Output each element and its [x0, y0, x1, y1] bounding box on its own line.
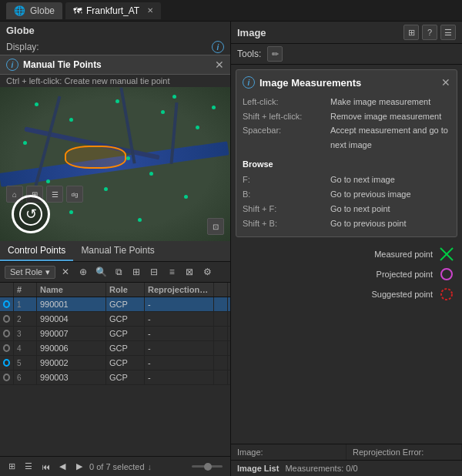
tab-manual-tie-points[interactable]: Manual Tie Points — [73, 241, 162, 261]
th-role: Role — [106, 283, 145, 297]
td-status — [0, 297, 14, 311]
globe-section: Globe Display: i — [0, 22, 230, 55]
td-extra — [214, 341, 228, 355]
table-row[interactable]: 1 990001 GCP - — [0, 297, 230, 312]
legend-measured: Measured point — [374, 246, 454, 262]
image-measurements-panel: i Image Measurements ✕ Left-click: Make … — [236, 69, 457, 237]
mtp-title-label: Manual Tie Points — [23, 59, 102, 70]
display-row: Display: i — [0, 39, 230, 55]
im-close-button[interactable]: ✕ — [441, 76, 450, 89]
reproj-label-cell: Reprojection Error: — [346, 444, 462, 460]
td-status — [0, 312, 14, 326]
cp-tool-search[interactable]: 🔍 — [93, 264, 109, 280]
bottom-play-button[interactable]: ▶ — [72, 460, 86, 474]
cp-tool-table4[interactable]: ⊠ — [182, 264, 197, 280]
svg-point-2 — [441, 269, 452, 280]
zoom-slider[interactable] — [192, 465, 223, 468]
control-points-table: # Name Role Reprojection RMSE 1 990001 G… — [0, 283, 230, 456]
right-panel: Image ⊞ ? ☰ Tools: ✏ i Image Measurement… — [231, 22, 462, 476]
status-dot — [3, 344, 10, 352]
mtp-title-row: i Manual Tie Points — [6, 59, 102, 71]
map-dot — [149, 172, 153, 176]
im-row-shiftf: Shift + F: Go to next point — [243, 202, 450, 216]
cp-tool-table3[interactable]: ≡ — [164, 264, 179, 280]
table-row[interactable]: 6 990003 GCP - — [0, 370, 230, 385]
cp-tool-table1[interactable]: ⊞ — [129, 264, 144, 280]
image-tool-btn-2[interactable]: ? — [422, 25, 437, 40]
table-row[interactable]: 2 990004 GCP - — [0, 312, 230, 327]
td-num: 2 — [14, 312, 37, 326]
image-tool-btn-1[interactable]: ⊞ — [403, 25, 419, 40]
svg-point-3 — [441, 289, 452, 300]
cp-tool-add[interactable]: ⊕ — [75, 264, 91, 280]
th-status — [0, 283, 14, 297]
map-dot — [184, 195, 188, 199]
td-extra — [214, 370, 228, 384]
td-extra — [214, 297, 228, 311]
image-toolbar: Tools: ✏ — [231, 44, 462, 65]
browse-section: Browse — [243, 157, 450, 172]
bottom-list-button[interactable]: ☰ — [22, 460, 35, 474]
status-dot — [3, 330, 10, 337]
tab-globe[interactable]: 🌐 Globe — [6, 2, 62, 19]
globe-title: Globe — [0, 22, 230, 39]
td-rmse: - — [145, 297, 214, 311]
map-label-button[interactable]: dg — [66, 186, 83, 203]
im-info-icon[interactable]: i — [243, 76, 255, 89]
measurements-count: Measurements: 0/0 — [285, 464, 357, 473]
tab-close-button[interactable]: ✕ — [147, 6, 153, 15]
im-row-f: F: Go to next image — [243, 173, 450, 187]
image-header: Image ⊞ ? ☰ — [231, 22, 462, 44]
map-dot — [35, 102, 38, 106]
bottom-prev-button[interactable]: ◀ — [55, 460, 69, 474]
image-title: Image — [237, 27, 266, 39]
bottom-first-button[interactable]: ⏮ — [38, 460, 52, 474]
display-help-icon[interactable]: i — [212, 41, 224, 53]
th-rmse: Reprojection RMSE — [145, 283, 214, 297]
set-role-dropdown[interactable]: Set Role ▾ — [5, 266, 55, 279]
mtp-close-button[interactable]: ✕ — [215, 59, 224, 71]
td-num: 4 — [14, 341, 37, 355]
tab-control-points[interactable]: Control Points — [0, 241, 73, 261]
map-dot — [46, 179, 50, 183]
image-list-row: Image List Measurements: 0/0 — [231, 461, 462, 476]
tab-frankfurt[interactable]: 🗺 Frankfurt_AT ✕ — [65, 2, 161, 19]
cp-tool-settings[interactable]: ⚙ — [199, 264, 215, 280]
td-rmse: - — [145, 327, 214, 340]
image-label-cell: Image: — [231, 444, 346, 460]
table-row[interactable]: 5 990002 GCP - — [0, 356, 230, 370]
cp-tabs: Control Points Manual Tie Points — [0, 241, 230, 262]
mtp-info-icon[interactable]: i — [6, 59, 18, 71]
map-dot — [138, 218, 142, 222]
legend: Measured point Projected point — [231, 242, 462, 307]
image-draw-tool[interactable]: ✏ — [267, 46, 283, 62]
td-extra — [214, 327, 228, 340]
cp-tool-delete[interactable]: ✕ — [58, 264, 73, 280]
map-area[interactable]: ⌂ ⊞ ☰ dg ↺ ⊡ — [0, 87, 230, 241]
map-compass[interactable]: ↺ — [12, 195, 50, 233]
map-dot — [196, 126, 199, 129]
table-row[interactable]: 3 990007 GCP - — [0, 327, 230, 341]
td-extra — [214, 312, 228, 326]
compass-circle: ↺ — [12, 195, 50, 233]
map-dot — [161, 110, 165, 114]
td-name: 990002 — [37, 356, 106, 370]
td-extra — [214, 356, 228, 370]
tab-frankfurt-label: Frankfurt_AT — [86, 5, 139, 16]
table-header: # Name Role Reprojection RMSE — [0, 283, 230, 297]
left-panel: Globe Display: i i Manual Tie Points ✕ C… — [0, 22, 231, 476]
td-rmse: - — [145, 312, 214, 326]
bottom-grid-button[interactable]: ⊞ — [5, 460, 18, 474]
cp-tool-copy[interactable]: ⧉ — [111, 264, 126, 280]
table-row[interactable]: 4 990006 GCP - — [0, 341, 230, 356]
th-extra — [214, 283, 228, 297]
suggested-point-icon — [439, 287, 454, 302]
map-corner-button[interactable]: ⊡ — [207, 218, 224, 235]
td-name: 990007 — [37, 327, 106, 340]
measured-point-label: Measured point — [374, 250, 433, 259]
image-tool-btn-3[interactable]: ☰ — [440, 25, 456, 40]
td-num: 6 — [14, 370, 37, 384]
td-rmse: - — [145, 370, 214, 384]
map-dot — [23, 141, 27, 145]
cp-tool-table2[interactable]: ⊟ — [146, 264, 162, 280]
